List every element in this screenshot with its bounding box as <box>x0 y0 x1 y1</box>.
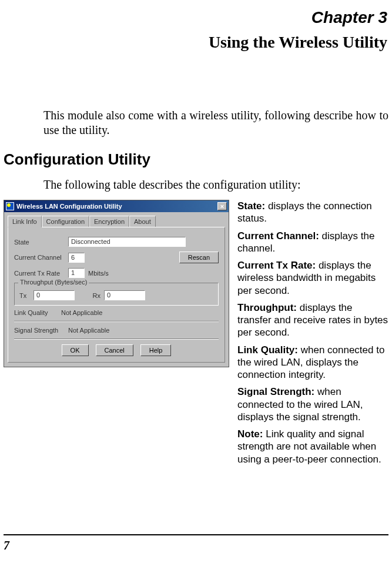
separator <box>14 321 219 322</box>
txrate-unit: Mbits/s <box>88 270 109 277</box>
dialog-title: Wireless LAN Configuration Utility <box>16 203 217 210</box>
def-channel: Current Channel: displays the channel. <box>237 230 388 255</box>
channel-label: Current Channel <box>14 254 68 261</box>
chapter-label: Chapter 3 <box>4 8 388 27</box>
state-field[interactable]: Disconnected <box>68 237 186 247</box>
section-heading: Configuration Utility <box>4 150 388 169</box>
cancel-button[interactable]: Cancel <box>96 344 133 356</box>
dialog-titlebar: Wireless LAN Configuration Utility × <box>4 200 229 212</box>
txrate-label: Current Tx Rate <box>14 270 68 277</box>
footer-rule <box>4 534 388 535</box>
tab-configuration[interactable]: Configuration <box>42 216 89 227</box>
def-note: Note: Link quality and signal strength a… <box>237 428 388 465</box>
link-quality-label: Link Quality <box>14 309 61 316</box>
tab-page: State Disconnected Current Channel 6 Res… <box>8 227 225 363</box>
link-quality-value: Not Applicable <box>61 309 102 316</box>
tx-label: Tx <box>19 292 33 299</box>
separator <box>14 339 219 340</box>
page-title: Using the Wireless Utility <box>4 33 388 52</box>
tab-about[interactable]: About <box>129 216 156 227</box>
app-icon <box>6 202 14 210</box>
throughput-group: Throughput (Bytes/sec) Tx 0 Rx 0 <box>14 283 219 306</box>
def-throughput: Throughput: displays the transfer and re… <box>237 301 388 339</box>
def-signal-strength: Signal Strength: when connected to the w… <box>237 386 388 423</box>
signal-strength-value: Not Applicable <box>68 327 109 334</box>
close-button[interactable]: × <box>217 202 227 210</box>
table-description: The following table describes the config… <box>43 178 388 192</box>
intro-text: This module also come with a wireless ut… <box>43 108 388 138</box>
txrate-field[interactable]: 1 <box>68 268 85 278</box>
page-number: 7 <box>4 539 388 552</box>
help-button[interactable]: Help <box>140 344 172 356</box>
rx-label: Rx <box>75 292 104 299</box>
rescan-button[interactable]: Rescan <box>179 252 219 263</box>
def-state: State: displays the connection status. <box>237 200 388 225</box>
rx-field[interactable]: 0 <box>104 290 145 300</box>
throughput-label: Throughput (Bytes/sec) <box>18 279 89 286</box>
def-txrate: Current Tx Rate: displays the wireless b… <box>237 259 388 297</box>
tx-field[interactable]: 0 <box>33 290 75 300</box>
def-link-quality: Link Quality: when connected to the wire… <box>237 344 388 381</box>
page-footer: 7 <box>4 534 388 552</box>
config-dialog: Wireless LAN Configuration Utility × Lin… <box>4 200 229 367</box>
channel-field[interactable]: 6 <box>68 253 85 263</box>
tab-link-info[interactable]: Link Info <box>8 216 42 227</box>
state-label: State <box>14 239 68 246</box>
tab-bar: Link Info Configuration Encryption About <box>4 212 229 227</box>
tab-encryption[interactable]: Encryption <box>89 216 129 227</box>
definitions-column: State: displays the connection status. C… <box>237 200 388 470</box>
signal-strength-label: Signal Strength <box>14 327 68 334</box>
ok-button[interactable]: OK <box>62 344 89 356</box>
